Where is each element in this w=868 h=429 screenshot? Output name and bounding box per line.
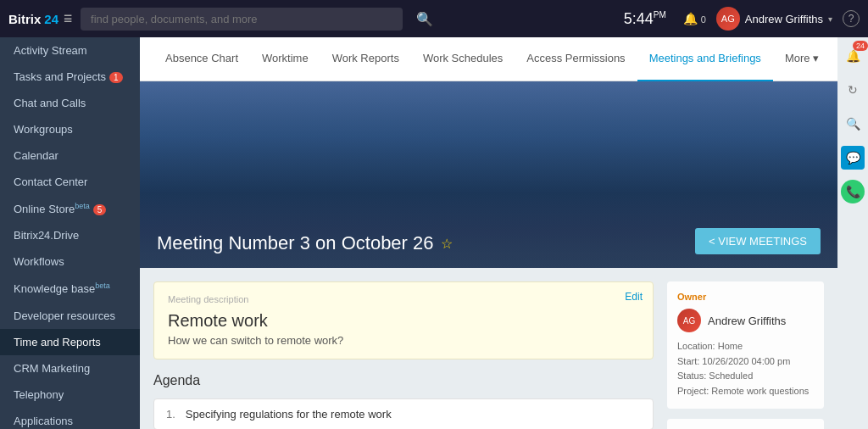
notification-count: 24 bbox=[853, 41, 868, 51]
owner-name: Andrew Griffiths bbox=[708, 315, 786, 327]
sidebar: Activity Stream Tasks and Projects1 Chat… bbox=[0, 37, 140, 429]
tab-work-reports[interactable]: Work Reports bbox=[320, 37, 411, 81]
layout: Activity Stream Tasks and Projects1 Chat… bbox=[0, 37, 868, 429]
agenda-item: 1. Specifying regulations for the remote… bbox=[153, 398, 654, 429]
description-title: Remote work bbox=[168, 311, 639, 331]
topbar: Bitrix24 ☰ 🔍 5:44PM 🔔 0 AG Andrew Griffi… bbox=[0, 0, 868, 37]
agenda-item-text: Specifying regulations for the remote wo… bbox=[186, 408, 641, 421]
nav-tabs: Absence Chart Worktime Work Reports Work… bbox=[140, 37, 837, 81]
right-icon-bar: 🔔 24 ↻ 🔍 💬 📞 bbox=[837, 37, 868, 429]
sidebar-item-calendar[interactable]: Calendar bbox=[0, 142, 140, 169]
user-name: Andrew Griffiths bbox=[745, 13, 823, 25]
owner-section: Owner AG Andrew Griffiths Location: Home… bbox=[667, 281, 824, 409]
sidebar-item-activity-stream[interactable]: Activity Stream bbox=[0, 37, 140, 64]
split-content: Meeting description Edit Remote work How… bbox=[140, 268, 837, 429]
sidebar-item-crm-marketing[interactable]: CRM Marketing bbox=[0, 355, 140, 382]
logo-icon: ☰ bbox=[64, 14, 72, 25]
right-sidebar: Owner AG Andrew Griffiths Location: Home… bbox=[667, 281, 824, 429]
search-panel-icon[interactable]: 🔍 bbox=[841, 112, 865, 136]
sidebar-item-workflows[interactable]: Workflows bbox=[0, 248, 140, 275]
sidebar-item-telephony[interactable]: Telephony bbox=[0, 382, 140, 408]
sidebar-item-workgroups[interactable]: Workgroups bbox=[0, 116, 140, 142]
view-meetings-button[interactable]: < VIEW MEETINGS bbox=[695, 228, 821, 254]
search-icon[interactable]: 🔍 bbox=[416, 11, 433, 27]
notifications-panel-icon[interactable]: 🔔 24 bbox=[841, 44, 865, 68]
logo-text: Bitrix bbox=[8, 12, 41, 26]
user-menu[interactable]: AG Andrew Griffiths ▾ bbox=[716, 7, 832, 31]
user-avatar: AG bbox=[716, 7, 740, 31]
search-input[interactable] bbox=[81, 8, 403, 31]
description-card: Meeting description Edit Remote work How… bbox=[153, 281, 654, 359]
owner-avatar: AG bbox=[677, 309, 701, 332]
main-content: Absence Chart Worktime Work Reports Work… bbox=[140, 37, 837, 429]
sidebar-item-developer-resources[interactable]: Developer resources bbox=[0, 303, 140, 329]
tab-meetings-briefings[interactable]: Meetings and Briefings bbox=[637, 37, 773, 81]
sidebar-item-knowledge-base[interactable]: Knowledge basebeta bbox=[0, 275, 140, 302]
topbar-icons: 🔔 0 AG Andrew Griffiths ▾ ? bbox=[683, 7, 860, 31]
tab-work-schedules[interactable]: Work Schedules bbox=[411, 37, 515, 81]
current-time: 5:44PM bbox=[624, 10, 666, 28]
chat-icon[interactable]: 💬 bbox=[841, 146, 865, 170]
hero-banner: Meeting Number 3 on October 26 ☆ < VIEW … bbox=[140, 81, 837, 268]
sidebar-item-bitrix24-drive[interactable]: Bitrix24.Drive bbox=[0, 222, 140, 248]
secretary-section: Meeting minutes secretary change AG Andr… bbox=[667, 419, 824, 429]
sidebar-item-time-and-reports[interactable]: Time and Reports bbox=[0, 329, 140, 355]
sidebar-item-applications[interactable]: Applications bbox=[0, 408, 140, 429]
user-dropdown-icon: ▾ bbox=[828, 14, 832, 24]
logo[interactable]: Bitrix24 ☰ bbox=[8, 12, 72, 26]
help-button[interactable]: ? bbox=[843, 10, 860, 27]
refresh-icon[interactable]: ↻ bbox=[841, 78, 865, 102]
tab-more[interactable]: More ▾ bbox=[773, 37, 831, 81]
edit-description-link[interactable]: Edit bbox=[625, 291, 643, 303]
owner-row: AG Andrew Griffiths bbox=[677, 309, 814, 332]
tab-absence-chart[interactable]: Absence Chart bbox=[153, 37, 250, 81]
agenda-item-num: 1. bbox=[166, 408, 175, 421]
sidebar-item-contact-center[interactable]: Contact Center bbox=[0, 169, 140, 195]
page-content: Meeting Number 3 on October 26 ☆ < VIEW … bbox=[140, 81, 837, 429]
left-panel: Meeting description Edit Remote work How… bbox=[153, 281, 654, 429]
sidebar-item-online-store[interactable]: Online Storebeta5 bbox=[0, 195, 140, 222]
sidebar-item-chat-calls[interactable]: Chat and Calls bbox=[0, 90, 140, 116]
notifications-icon[interactable]: 🔔 0 bbox=[683, 12, 706, 25]
owner-label: Owner bbox=[677, 292, 814, 302]
logo-accent: 24 bbox=[44, 12, 58, 26]
favorite-icon[interactable]: ☆ bbox=[441, 236, 453, 252]
call-icon[interactable]: 📞 bbox=[841, 180, 865, 203]
description-subtitle: How we can switch to remote work? bbox=[168, 334, 639, 347]
description-label: Meeting description bbox=[168, 294, 639, 304]
sidebar-item-tasks-projects[interactable]: Tasks and Projects1 bbox=[0, 64, 140, 90]
tab-access-permissions[interactable]: Access Permissions bbox=[515, 37, 637, 81]
agenda-title: Agenda bbox=[153, 373, 654, 388]
meeting-meta: Location: Home Start: 10/26/2020 04:00 p… bbox=[677, 339, 814, 398]
tab-worktime[interactable]: Worktime bbox=[250, 37, 320, 81]
